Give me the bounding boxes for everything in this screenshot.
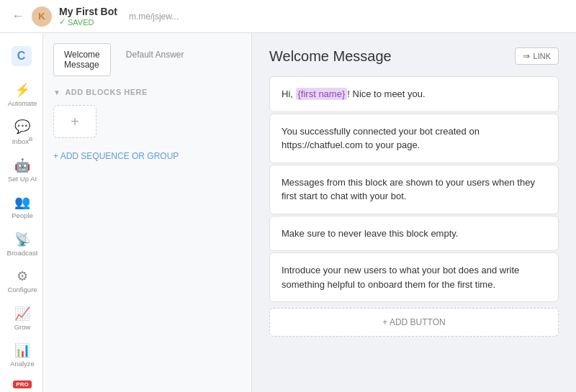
pro-badge: PRO [13, 380, 31, 388]
sidebar-label-people: People [12, 211, 33, 219]
message-text-5: Introduce your new users to what your bo… [282, 263, 546, 291]
first-name-highlight: {first name} [296, 88, 348, 100]
sidebar-label-inbox: InboxB [12, 136, 33, 146]
people-icon: 👥 [14, 196, 30, 209]
chevron-down-icon: ▼ [53, 88, 60, 96]
inbox-icon: 💬 [14, 120, 30, 133]
add-block-button[interactable]: + [53, 105, 96, 138]
content-area: WelcomeMessage Default Answer ▼ ADD BLOC… [43, 33, 576, 392]
sidebar-item-configure[interactable]: ⚙ Configure [0, 263, 42, 299]
sidebar-label-broadcast: Broadcast [7, 249, 38, 257]
preview-content: Hi, {first name}! Nice to meet you. You … [252, 76, 576, 392]
configure-icon: ⚙ [17, 270, 28, 283]
sidebar-item-upgrade[interactable]: PRO Upgrade [0, 373, 42, 392]
sidebar-item-grow[interactable]: 📈 Grow [0, 300, 42, 337]
sidebar-label-configure: Configure [7, 286, 37, 293]
message-bubble-4[interactable]: Make sure to never leave this block empt… [269, 216, 559, 252]
sidebar-item-inbox[interactable]: 💬 InboxB [0, 113, 42, 152]
message-text-4: Make sure to never leave this block empt… [282, 227, 546, 241]
add-blocks-label: ADD BLOCKS HERE [65, 88, 147, 96]
link-button-label: LINK [534, 52, 551, 60]
message-bubble-3[interactable]: Messages from this block are shown to yo… [269, 165, 559, 214]
bot-title-area: My First Bot SAVED [59, 6, 117, 27]
add-blocks-header: ▼ ADD BLOCKS HERE [43, 76, 251, 102]
add-button[interactable]: + ADD BUTTON [269, 308, 559, 337]
logo-icon: C [12, 46, 32, 66]
add-sequence-button[interactable]: + ADD SEQUENCE OR GROUP [43, 141, 251, 171]
sidebar-label-setup-ai: Set Up AI [8, 175, 37, 183]
automate-icon: ⚡ [14, 83, 30, 96]
message-text-3: Messages from this block are shown to yo… [282, 176, 546, 204]
sidebar-item-broadcast[interactable]: 📡 Broadcast [0, 226, 42, 263]
link-button[interactable]: ⇒ LINK [515, 47, 559, 65]
block-tabs: WelcomeMessage Default Answer [43, 33, 251, 76]
sidebar-item-automate[interactable]: ⚡ Automate [0, 76, 42, 113]
tab-default-answer[interactable]: Default Answer [115, 43, 195, 76]
analyze-icon: 📊 [14, 344, 30, 357]
bot-name: My First Bot [59, 6, 117, 17]
sidebar-item-setup-ai[interactable]: 🤖 Set Up AI [0, 152, 42, 188]
saved-status: SAVED [59, 17, 117, 27]
broadcast-icon: 📡 [14, 233, 30, 246]
message-bubble-2[interactable]: You successfully connected your bot crea… [269, 114, 559, 163]
avatar: K [32, 6, 52, 27]
grow-icon: 📈 [14, 307, 30, 320]
preview-panel: Welcome Message ⇒ LINK Hi, {first name}!… [252, 33, 576, 392]
preview-header: Welcome Message ⇒ LINK [252, 33, 576, 76]
sidebar-item-analyze[interactable]: 📊 Analyze [0, 337, 42, 373]
sidebar-logo[interactable]: C [0, 39, 42, 76]
bot-link: m.me/jsjew... [129, 12, 179, 22]
message-bubble-5[interactable]: Introduce your new users to what your bo… [269, 252, 559, 302]
message-bubble-1[interactable]: Hi, {first name}! Nice to meet you. [269, 76, 559, 112]
link-icon: ⇒ [523, 51, 530, 61]
block-panel: WelcomeMessage Default Answer ▼ ADD BLOC… [43, 33, 252, 392]
sidebar-label-grow: Grow [14, 323, 31, 331]
tab-welcome-message[interactable]: WelcomeMessage [53, 43, 111, 76]
sidebar: C ⚡ Automate 💬 InboxB 🤖 Set Up AI 👥 Peop… [0, 33, 43, 392]
main-layout: C ⚡ Automate 💬 InboxB 🤖 Set Up AI 👥 Peop… [0, 33, 576, 392]
sidebar-label-analyze: Analyze [10, 360, 35, 368]
setup-ai-icon: 🤖 [14, 159, 30, 172]
sidebar-item-people[interactable]: 👥 People [0, 188, 42, 225]
sidebar-label-automate: Automate [8, 99, 37, 107]
preview-title: Welcome Message [269, 48, 392, 65]
topbar: ← K My First Bot SAVED m.me/jsjew... [0, 0, 576, 33]
back-button[interactable]: ← [12, 9, 24, 24]
message-text-2: You successfully connected your bot crea… [282, 124, 546, 152]
